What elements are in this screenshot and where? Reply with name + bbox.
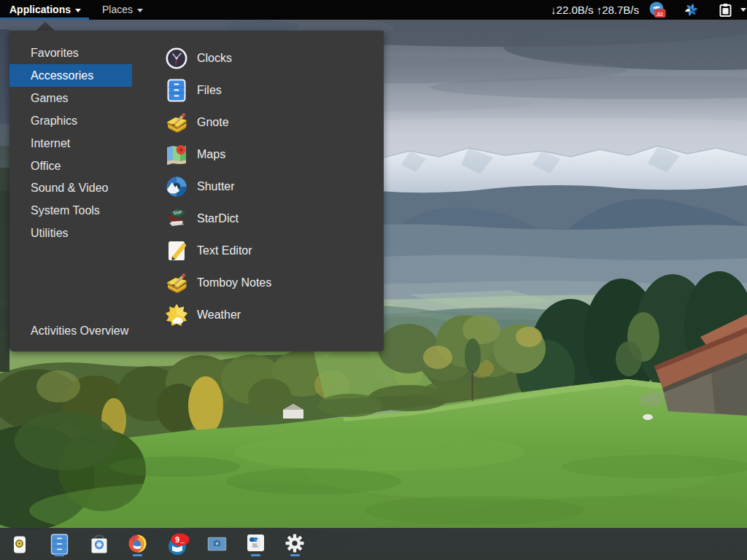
svg-text:9: 9 (175, 535, 179, 544)
svg-text:.83: .83 (656, 12, 663, 17)
svg-text:...: ... (180, 539, 185, 544)
